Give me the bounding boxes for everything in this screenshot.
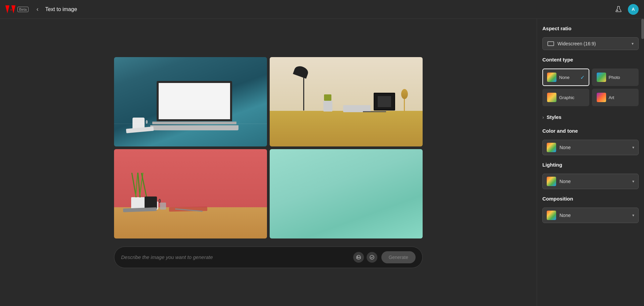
aspect-ratio-title: Aspect ratio: [542, 26, 639, 31]
generated-image-3[interactable]: [114, 149, 267, 238]
styles-section[interactable]: › Styles: [542, 113, 639, 121]
generated-image-1[interactable]: [114, 57, 267, 146]
composition-title: Composition: [542, 196, 639, 202]
content-label-graphic: Graphic: [559, 95, 575, 100]
widescreen-icon: [547, 41, 554, 46]
content-option-photo[interactable]: Photo: [592, 69, 639, 86]
generate-button[interactable]: Generate: [381, 251, 416, 263]
styles-chevron: ›: [542, 115, 544, 120]
scrollbar-thumb[interactable]: [641, 19, 644, 39]
generated-image-4[interactable]: [270, 149, 423, 238]
aspect-ratio-label: Widescreen (16:9): [557, 41, 628, 46]
content-option-art[interactable]: Art: [592, 89, 639, 106]
content-type-title: Content type: [542, 57, 639, 62]
color-tone-chevron: ▾: [632, 145, 634, 150]
color-and-tone-label: None: [559, 145, 629, 150]
lighting-title: Lighting: [542, 162, 639, 168]
content-icon-none: [547, 73, 556, 82]
adobe-logo: [5, 5, 15, 13]
topbar-right: A: [614, 4, 639, 15]
svg-point-3: [370, 255, 374, 259]
aspect-ratio-section: Aspect ratio Widescreen (16:9) ▾: [542, 26, 639, 50]
composition-chevron: ▾: [632, 213, 634, 218]
lighting-section: Lighting None ▾: [542, 162, 639, 189]
svg-point-0: [617, 10, 618, 11]
check-mark-none: ✓: [580, 74, 585, 81]
image-grid: [114, 57, 423, 238]
content-icon-graphic: [547, 93, 556, 102]
color-and-tone-dropdown[interactable]: None ▾: [542, 140, 639, 155]
content-option-none[interactable]: None ✓: [542, 69, 589, 86]
svg-point-1: [357, 255, 361, 259]
beta-badge: Beta: [17, 7, 29, 12]
styles-label: Styles: [547, 114, 561, 120]
aspect-ratio-chevron: ▾: [632, 41, 634, 46]
back-button[interactable]: ‹: [34, 4, 41, 14]
topbar: Beta ‹ Text to image A: [0, 0, 644, 19]
lighting-label: None: [559, 179, 629, 184]
prompt-input[interactable]: [121, 254, 349, 260]
composition-section: Composition None ▾: [542, 196, 639, 223]
content-label-photo: Photo: [609, 75, 620, 80]
aspect-ratio-dropdown[interactable]: Widescreen (16:9) ▾: [542, 37, 639, 50]
flask-icon[interactable]: [614, 5, 623, 13]
content-icon-art: [597, 93, 606, 102]
generated-image-2[interactable]: [270, 57, 423, 146]
content-type-grid: None ✓ Photo Graphic Art: [542, 69, 639, 106]
composition-dropdown[interactable]: None ▾: [542, 208, 639, 223]
scrollbar-track[interactable]: [641, 19, 644, 306]
avatar[interactable]: A: [628, 4, 639, 15]
content-area: Generate: [0, 19, 537, 306]
composition-icon: [547, 211, 556, 220]
color-and-tone-title: Color and tone: [542, 128, 639, 134]
content-label-none: None: [559, 75, 570, 80]
color-tone-icon: [547, 143, 556, 152]
prompt-bar: Generate: [114, 247, 423, 268]
composition-label: None: [559, 213, 629, 218]
main-area: Generate Aspect ratio Widescreen (16:9) …: [0, 19, 644, 306]
color-and-tone-section: Color and tone None ▾: [542, 128, 639, 155]
page-title: Text to image: [45, 6, 77, 12]
content-type-section: Content type None ✓ Photo Graphic: [542, 57, 639, 106]
reference-image-button[interactable]: [353, 252, 364, 263]
right-panel: Aspect ratio Widescreen (16:9) ▾ Content…: [537, 19, 644, 306]
lighting-icon: [547, 177, 556, 186]
lighting-chevron: ▾: [632, 179, 634, 184]
lighting-dropdown[interactable]: None ▾: [542, 174, 639, 189]
prompt-icons: [353, 252, 377, 263]
content-label-art: Art: [609, 95, 614, 100]
grammar-check-button[interactable]: [367, 252, 377, 263]
content-icon-photo: [597, 73, 606, 82]
content-option-graphic[interactable]: Graphic: [542, 89, 589, 106]
